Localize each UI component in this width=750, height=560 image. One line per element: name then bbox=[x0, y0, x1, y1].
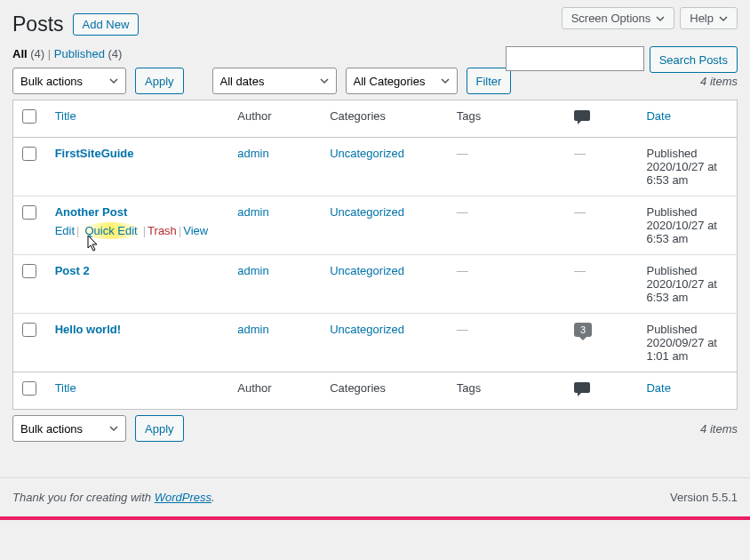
date-cell: Published2020/10/27 at 6:53 am bbox=[637, 196, 737, 255]
post-title-link[interactable]: Another Post bbox=[55, 205, 128, 219]
column-tags-footer: Tags bbox=[448, 372, 565, 410]
add-new-button[interactable]: Add New bbox=[73, 13, 140, 36]
filter-all-count: (4) bbox=[30, 47, 44, 60]
chevron-down-icon bbox=[719, 14, 728, 23]
tags-dash: — bbox=[457, 205, 468, 219]
help-button[interactable]: Help bbox=[680, 7, 738, 29]
footer-thankyou: Thank you for creating with WordPress. bbox=[12, 491, 215, 504]
no-comments-dash: — bbox=[574, 205, 586, 219]
no-comments-dash: — bbox=[574, 147, 586, 160]
category-link[interactable]: Uncategorized bbox=[330, 264, 404, 277]
date-cell: Published2020/10/27 at 6:53 am bbox=[637, 138, 737, 196]
trash-link[interactable]: Trash bbox=[148, 224, 177, 237]
bulk-actions-select[interactable]: Bulk actions bbox=[12, 68, 126, 94]
column-title-footer[interactable]: Title bbox=[55, 381, 76, 395]
author-link[interactable]: admin bbox=[237, 205, 268, 219]
row-checkbox[interactable] bbox=[22, 205, 36, 220]
chevron-down-icon bbox=[656, 14, 665, 23]
column-date[interactable]: Date bbox=[646, 109, 670, 123]
row-checkbox[interactable] bbox=[22, 264, 36, 278]
tags-dash: — bbox=[457, 147, 468, 160]
items-count: 4 items bbox=[700, 75, 738, 88]
help-label: Help bbox=[690, 12, 714, 25]
posts-table: Title Author Categories Tags Date FirstS… bbox=[12, 100, 738, 410]
table-row: Another PostEdit|Quick Edit|Trash|Viewad… bbox=[13, 196, 738, 255]
category-link[interactable]: Uncategorized bbox=[330, 147, 404, 160]
wordpress-link[interactable]: WordPress bbox=[155, 491, 211, 504]
author-link[interactable]: admin bbox=[237, 147, 268, 160]
category-link[interactable]: Uncategorized bbox=[330, 205, 404, 219]
tags-dash: — bbox=[457, 264, 468, 277]
post-title-link[interactable]: Hello world! bbox=[55, 323, 121, 336]
filter-all-link[interactable]: All bbox=[12, 47, 28, 60]
edit-link[interactable]: Edit bbox=[55, 224, 75, 237]
select-all-checkbox-bottom[interactable] bbox=[22, 381, 36, 396]
row-actions: Edit|Quick Edit|Trash|View bbox=[55, 224, 220, 237]
screen-options-label: Screen Options bbox=[571, 12, 651, 25]
row-checkbox[interactable] bbox=[22, 147, 36, 161]
footer-version: Version 5.5.1 bbox=[670, 491, 738, 504]
date-cell: Published2020/10/27 at 6:53 am bbox=[637, 255, 737, 314]
post-title-link[interactable]: FirstSiteGuide bbox=[55, 147, 134, 160]
apply-bulk-button[interactable]: Apply bbox=[135, 68, 184, 94]
cursor-icon bbox=[86, 235, 100, 252]
table-row: Hello world!adminUncategorized—3Publishe… bbox=[13, 314, 738, 372]
apply-bulk-button-bottom[interactable]: Apply bbox=[135, 415, 184, 442]
bulk-actions-select-bottom[interactable]: Bulk actions bbox=[12, 415, 126, 442]
search-input[interactable] bbox=[506, 46, 644, 71]
post-title-link[interactable]: Post 2 bbox=[55, 264, 90, 277]
page-title: Posts bbox=[12, 12, 64, 36]
table-row: Post 2adminUncategorized——Published2020/… bbox=[13, 255, 738, 314]
filter-published-count: (4) bbox=[108, 47, 123, 60]
date-cell: Published2020/09/27 at 1:01 am bbox=[637, 314, 737, 372]
column-tags: Tags bbox=[448, 100, 565, 138]
author-link[interactable]: admin bbox=[237, 264, 268, 277]
comment-count-badge[interactable]: 3 bbox=[574, 323, 592, 337]
category-link[interactable]: Uncategorized bbox=[330, 323, 404, 336]
column-date-footer[interactable]: Date bbox=[646, 381, 670, 395]
table-row: FirstSiteGuideadminUncategorized——Publis… bbox=[13, 138, 738, 196]
comments-icon bbox=[574, 381, 592, 400]
column-categories-footer: Categories bbox=[321, 372, 448, 410]
column-title[interactable]: Title bbox=[55, 109, 76, 123]
filter-published-link[interactable]: Published bbox=[54, 47, 105, 60]
author-link[interactable]: admin bbox=[237, 323, 268, 336]
items-count-bottom: 4 items bbox=[700, 422, 738, 436]
no-comments-dash: — bbox=[574, 264, 586, 277]
comments-icon bbox=[574, 109, 592, 128]
search-posts-button[interactable]: Search Posts bbox=[650, 46, 738, 73]
column-author: Author bbox=[228, 100, 321, 138]
screen-options-button[interactable]: Screen Options bbox=[562, 7, 675, 29]
column-author-footer: Author bbox=[228, 372, 321, 410]
view-link[interactable]: View bbox=[183, 224, 208, 237]
categories-filter-select[interactable]: All Categories bbox=[346, 68, 458, 94]
column-categories: Categories bbox=[321, 100, 448, 138]
row-checkbox[interactable] bbox=[22, 323, 36, 337]
select-all-checkbox-top[interactable] bbox=[22, 109, 36, 124]
dates-filter-select[interactable]: All dates bbox=[212, 68, 337, 94]
tags-dash: — bbox=[457, 323, 468, 336]
